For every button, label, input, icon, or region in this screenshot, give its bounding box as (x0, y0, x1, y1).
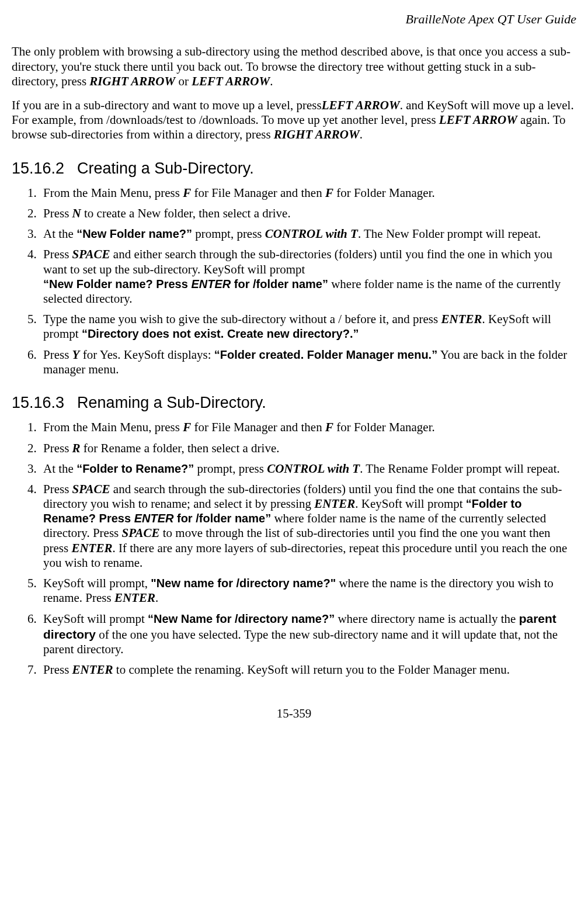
text: Press (43, 206, 72, 220)
list-item: Press SPACE and search through the sub-d… (40, 482, 576, 570)
prompt-text: “New Folder name?” (76, 227, 192, 240)
text: . (360, 127, 363, 141)
key-enter: ENTER (441, 312, 482, 326)
list-item: Press ENTER to complete the renaming. Ke… (40, 663, 576, 677)
text: of the one you have selected. Type the n… (43, 628, 558, 656)
key-enter: ENTER (114, 591, 155, 605)
list-item: KeySoft will prompt, "New name for /dire… (40, 576, 576, 605)
text: and either search through the sub-direct… (43, 247, 552, 276)
text: . If there are any more layers of sub-di… (43, 541, 567, 570)
text: . The Rename Folder prompt will repeat. (360, 462, 560, 476)
list-item: Press SPACE and either search through th… (40, 247, 576, 306)
text: Press (43, 663, 72, 677)
renaming-steps-list: From the Main Menu, press F for File Man… (12, 420, 576, 677)
list-item: At the “Folder to Rename?” prompt, press… (40, 462, 576, 476)
text: prompt, press (192, 227, 265, 241)
key-right-arrow: RIGHT ARROW (89, 74, 175, 88)
key-enter: ENTER (191, 278, 231, 290)
text: At the (43, 462, 76, 476)
text: If you are in a sub-directory and want t… (12, 98, 322, 112)
text: for Folder Manager. (333, 186, 435, 200)
key-left-arrow: LEFT ARROW (192, 74, 270, 88)
text: From the Main Menu, press (43, 186, 183, 200)
list-item: Type the name you wish to give the sub-d… (40, 312, 576, 341)
prompt-text: “Directory does not exist. Create new di… (82, 327, 359, 340)
creating-steps-list: From the Main Menu, press F for File Man… (12, 186, 576, 377)
key-space: SPACE (72, 247, 110, 261)
section-title: Renaming a Sub-Directory. (77, 394, 266, 411)
text: . (270, 74, 273, 88)
key-space: SPACE (122, 526, 160, 540)
list-item: Press N to create a New folder, then sel… (40, 206, 576, 221)
prompt-text: for /folder name” (173, 512, 271, 525)
list-item: At the “New Folder name?” prompt, press … (40, 227, 576, 241)
key-r: R (72, 441, 81, 455)
list-item: From the Main Menu, press F for File Man… (40, 186, 576, 200)
key-enter: ENTER (314, 497, 355, 511)
page-number: 15-359 (12, 706, 576, 721)
text: for File Manager and then (191, 420, 325, 434)
text: KeySoft will prompt, (43, 576, 151, 590)
key-right-arrow: RIGHT ARROW (274, 127, 360, 141)
text: Press (43, 441, 72, 455)
key-f: F (183, 186, 191, 200)
text: . The New Folder prompt will repeat. (358, 227, 541, 241)
text: Press (43, 348, 72, 362)
text: prompt, press (194, 462, 267, 476)
list-item: Press R for Rename a folder, then select… (40, 441, 576, 456)
key-control-t: CONTROL with T (265, 227, 358, 241)
text: Press (43, 482, 72, 496)
prompt-text: “New Name for /directory name?” (148, 612, 335, 625)
list-item: KeySoft will prompt “New Name for /direc… (40, 611, 576, 657)
key-enter: ENTER (134, 512, 174, 525)
key-left-arrow: LEFT ARROW (439, 113, 517, 127)
text: to complete the renaming. KeySoft will r… (113, 663, 510, 677)
intro-paragraph-2: If you are in a sub-directory and want t… (12, 98, 576, 143)
text: KeySoft will prompt (43, 612, 148, 626)
key-f: F (325, 186, 333, 200)
prompt-text: "New name for /directory name?" (151, 577, 336, 590)
text: . KeySoft will prompt (355, 497, 466, 511)
key-space: SPACE (72, 482, 110, 496)
text: for Folder Manager. (333, 420, 435, 434)
prompt-text: “Folder created. Folder Manager menu.” (214, 348, 437, 361)
section-heading-creating: 15.16.2Creating a Sub-Directory. (12, 159, 576, 178)
key-n: N (72, 206, 81, 220)
text: for Rename a folder, then select a drive… (81, 441, 280, 455)
prompt-text: for /folder name” (231, 278, 328, 290)
key-control-t: CONTROL with T (267, 462, 360, 476)
text: for Yes. KeySoft displays: (79, 348, 214, 362)
page-header: BrailleNote Apex QT User Guide (12, 12, 576, 27)
text: to create a New folder, then select a dr… (81, 206, 291, 220)
key-enter: ENTER (71, 541, 112, 555)
list-item: Press Y for Yes. KeySoft displays: “Fold… (40, 348, 576, 377)
text: From the Main Menu, press (43, 420, 183, 434)
text: . (155, 591, 158, 605)
key-enter: ENTER (72, 663, 113, 677)
text: where directory name is actually the (335, 612, 519, 626)
text: or (175, 74, 192, 88)
intro-paragraph-1: The only problem with browsing a sub-dir… (12, 44, 576, 89)
text: Press (43, 247, 72, 261)
text: Type the name you wish to give the sub-d… (43, 312, 441, 326)
key-f: F (183, 420, 191, 434)
section-title: Creating a Sub-Directory. (77, 160, 254, 177)
key-left-arrow: LEFT ARROW (322, 98, 400, 112)
list-item: From the Main Menu, press F for File Man… (40, 420, 576, 435)
prompt-text: “New Folder name? Press (43, 278, 191, 290)
text: for File Manager and then (191, 186, 325, 200)
text: At the (43, 227, 76, 241)
key-y: Y (72, 348, 80, 362)
section-heading-renaming: 15.16.3Renaming a Sub-Directory. (12, 393, 576, 412)
key-f: F (325, 420, 333, 434)
prompt-text: “Folder to Rename?” (76, 462, 194, 475)
section-number: 15.16.2 (12, 160, 64, 177)
section-number: 15.16.3 (12, 394, 64, 411)
